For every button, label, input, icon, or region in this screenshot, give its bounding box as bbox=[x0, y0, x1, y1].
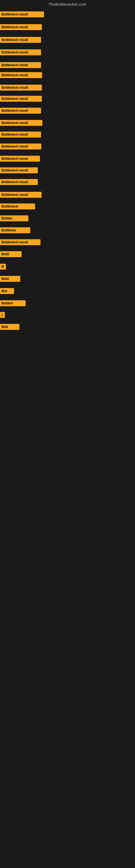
bottleneck-bar-24[interactable]: Bot bbox=[0, 288, 14, 294]
bottleneck-bar-25[interactable]: Bottlen bbox=[0, 300, 26, 306]
bottleneck-bar-9[interactable]: Bottleneck result bbox=[0, 108, 41, 114]
bottleneck-bar-16[interactable]: Bottleneck result bbox=[0, 192, 42, 198]
bottleneck-bar-7[interactable]: Bottleneck result bbox=[0, 85, 42, 91]
bottleneck-bar-10[interactable]: Bottleneck result bbox=[0, 120, 42, 126]
bottleneck-bar-22[interactable]: B bbox=[0, 264, 6, 270]
bottleneck-bar-14[interactable]: Bottleneck result bbox=[0, 167, 38, 173]
site-title: TheBottlenecker.com bbox=[0, 0, 135, 9]
bottleneck-bar-13[interactable]: Bottleneck result bbox=[0, 156, 40, 162]
bottleneck-bar-8[interactable]: Bottleneck result bbox=[0, 96, 42, 102]
bottleneck-bar-5[interactable]: Bottleneck result bbox=[0, 62, 41, 68]
bottleneck-bar-21[interactable]: Bottl bbox=[0, 251, 21, 257]
bottleneck-bar-4[interactable]: Bottleneck result bbox=[0, 50, 41, 55]
bottleneck-bar-11[interactable]: Bottleneck result bbox=[0, 131, 41, 137]
bottleneck-bar-23[interactable]: Bottl bbox=[0, 276, 20, 282]
bottleneck-bar-1[interactable]: Bottleneck result bbox=[0, 11, 44, 18]
bottleneck-bar-27[interactable]: Bott bbox=[0, 324, 19, 330]
bottleneck-bar-26[interactable]: | bbox=[0, 312, 5, 318]
bottleneck-bar-12[interactable]: Bottleneck result bbox=[0, 144, 41, 150]
bottleneck-bar-17[interactable]: Bottleneck bbox=[0, 204, 35, 209]
bottleneck-bar-3[interactable]: Bottleneck result bbox=[0, 37, 41, 43]
bottleneck-bar-18[interactable]: Bottlec bbox=[0, 215, 28, 221]
bottleneck-bar-15[interactable]: Bottleneck result bbox=[0, 179, 38, 185]
bottleneck-bar-20[interactable]: Bottleneck result bbox=[0, 239, 41, 245]
bottleneck-bar-6[interactable]: Bottleneck result bbox=[0, 72, 42, 78]
bottleneck-bar-19[interactable]: Bottlenec bbox=[0, 227, 30, 233]
bottleneck-bar-2[interactable]: Bottleneck result bbox=[0, 24, 42, 30]
